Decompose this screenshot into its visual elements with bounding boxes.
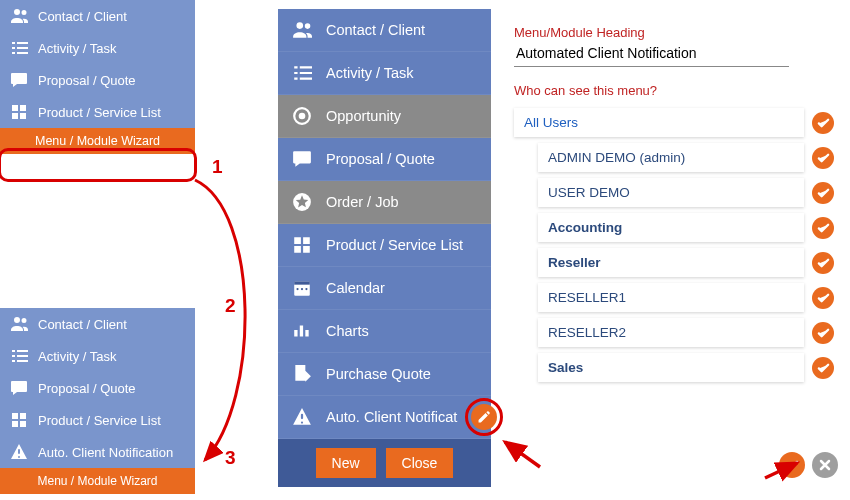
sidebar-item-product[interactable]: Product / Service List [0,96,195,128]
perm-label: RESELLER2 [538,318,804,347]
check-icon[interactable] [812,252,834,274]
module-item-label: Auto. Client Notificat [326,409,457,425]
module-item-charts[interactable]: Charts [278,310,491,353]
perm-label: Sales [538,353,804,382]
list-icon [10,347,28,365]
perm-row-reseller2[interactable]: RESELLER2 [514,318,834,347]
menu-module-wizard-button[interactable]: Menu / Module Wizard [0,468,195,494]
check-icon[interactable] [812,287,834,309]
module-item-product[interactable]: Product / Service List [278,224,491,267]
module-item-label: Product / Service List [326,237,463,253]
heading-label: Menu/Module Heading [514,25,834,40]
module-item-opportunity[interactable]: Opportunity [278,95,491,138]
module-item-label: Activity / Task [326,65,414,81]
sidebar-item-label: Proposal / Quote [38,73,136,88]
calendar-icon [292,278,312,298]
sidebar-item-label: Product / Service List [38,105,161,120]
svg-line-8 [505,442,540,467]
module-settings-panel: Menu/Module Heading Who can see this men… [514,25,834,388]
star-icon [292,192,312,212]
grid-icon [292,235,312,255]
sidebar-item-activity[interactable]: Activity / Task [0,340,195,372]
grid-icon [10,411,28,429]
check-icon[interactable] [812,147,834,169]
sidebar-item-contact[interactable]: Contact / Client [0,308,195,340]
module-item-label: Opportunity [326,108,401,124]
settings-actions [779,452,838,478]
perm-label: USER DEMO [538,178,804,207]
sidebar-step3: Contact / Client Activity / Task Proposa… [0,308,195,494]
module-item-calendar[interactable]: Calendar [278,267,491,310]
module-item-order[interactable]: Order / Job [278,181,491,224]
check-icon[interactable] [812,112,834,134]
module-item-label: Calendar [326,280,385,296]
people-icon [10,315,28,333]
export-icon [292,364,312,384]
chat-icon [10,379,28,397]
people-icon [292,20,312,40]
list-icon [10,39,28,57]
edit-module-button[interactable] [471,404,497,430]
sidebar-item-product[interactable]: Product / Service List [0,404,195,436]
perm-row-reseller[interactable]: Reseller [514,248,834,277]
sidebar-item-label: Activity / Task [38,41,117,56]
module-item-auto-client-notification[interactable]: Auto. Client Notificat [278,396,491,439]
sidebar-item-label: Auto. Client Notification [38,445,173,460]
sidebar-item-label: Product / Service List [38,413,161,428]
module-item-label: Contact / Client [326,22,425,38]
menu-module-wizard-button[interactable]: Menu / Module Wizard [0,128,195,154]
check-icon[interactable] [812,357,834,379]
annotation-callout-3: 3 [225,447,236,469]
perm-row-all-users[interactable]: All Users [514,108,834,137]
perm-label: Reseller [538,248,804,277]
sidebar-item-auto-client-notification[interactable]: Auto. Client Notification [0,436,195,468]
chat-icon [10,71,28,89]
annotation-callout-2: 2 [225,295,236,317]
new-button[interactable]: New [316,448,376,478]
wizard-actions: New Close [278,439,491,487]
chat-icon [292,149,312,169]
module-heading-input[interactable] [514,42,789,67]
perm-row-admin-demo[interactable]: ADMIN DEMO (admin) [514,143,834,172]
close-button[interactable]: Close [386,448,454,478]
check-icon[interactable] [812,322,834,344]
sidebar-item-label: Contact / Client [38,317,127,332]
module-item-activity[interactable]: Activity / Task [278,52,491,95]
people-icon [10,7,28,25]
grid-icon [10,103,28,121]
list-icon [292,63,312,83]
sidebar-item-contact[interactable]: Contact / Client [0,0,195,32]
wizard-label: Menu / Module Wizard [37,474,157,488]
perm-label: ADMIN DEMO (admin) [538,143,804,172]
module-item-contact[interactable]: Contact / Client [278,9,491,52]
module-item-label: Order / Job [326,194,399,210]
confirm-button[interactable] [779,452,805,478]
annotation-callout-1: 1 [212,156,223,178]
cancel-button[interactable] [812,452,838,478]
module-item-purchase-quote[interactable]: Purchase Quote [278,353,491,396]
wizard-label: Menu / Module Wizard [35,134,160,148]
module-item-label: Purchase Quote [326,366,431,382]
sidebar-item-activity[interactable]: Activity / Task [0,32,195,64]
module-wizard-panel: Contact / Client Activity / Task Opportu… [278,9,491,487]
sidebar-item-proposal[interactable]: Proposal / Quote [0,64,195,96]
alert-icon [10,443,28,461]
perm-label: All Users [514,108,804,137]
perm-row-user-demo[interactable]: USER DEMO [514,178,834,207]
module-item-label: Charts [326,323,369,339]
perm-label: RESELLER1 [538,283,804,312]
check-icon[interactable] [812,182,834,204]
perm-label: Accounting [538,213,804,242]
check-icon[interactable] [812,217,834,239]
perm-row-reseller1[interactable]: RESELLER1 [514,283,834,312]
visibility-label: Who can see this menu? [514,83,834,98]
module-item-label: Proposal / Quote [326,151,435,167]
sidebar-step1: Contact / Client Activity / Task Proposa… [0,0,195,154]
sidebar-item-proposal[interactable]: Proposal / Quote [0,372,195,404]
sidebar-item-label: Proposal / Quote [38,381,136,396]
sidebar-item-label: Contact / Client [38,9,127,24]
target-icon [292,106,312,126]
module-item-proposal[interactable]: Proposal / Quote [278,138,491,181]
perm-row-sales[interactable]: Sales [514,353,834,382]
perm-row-accounting[interactable]: Accounting [514,213,834,242]
